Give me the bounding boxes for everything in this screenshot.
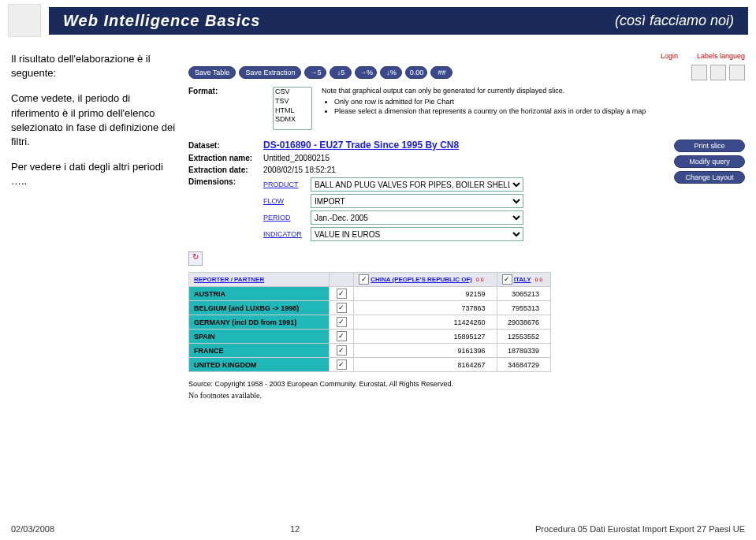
save-extraction-button[interactable]: Save Extraction [239, 66, 301, 79]
down-pct-button[interactable]: ↓% [380, 66, 402, 79]
rotate-icon[interactable]: ↻ [188, 251, 203, 266]
footer-page: 12 [290, 524, 300, 534]
row-0-name: AUSTRIA [189, 287, 330, 301]
decimal-button[interactable]: 0.00 [405, 66, 427, 79]
reporter-partner-link[interactable]: REPORTER / PARTNER [194, 276, 264, 283]
row0-checkbox[interactable]: ✓ [337, 289, 347, 299]
dim-flow-select[interactable]: IMPORT [311, 194, 523, 208]
format-select[interactable]: CSV TSV HTML SDMX [273, 87, 312, 130]
results-table: REPORTER / PARTNER✓ CHINA (PEOPLE'S REPU… [188, 272, 551, 372]
extraction-name-value: Untitled_20080215 [263, 154, 330, 162]
table-row: UNITED KINGDOM✓816426734684729 [189, 358, 551, 372]
table-row: FRANCE✓916139618789339 [189, 344, 551, 358]
source-note: Source: Copyright 1958 - 2003 European C… [188, 380, 745, 388]
row-1-name: BELGIUM (and LUXBG -> 1998) [189, 301, 330, 315]
table-row: SPAIN✓1589512712553552 [189, 330, 551, 344]
row2-v2: 29038676 [497, 315, 550, 330]
row5-v2: 34684729 [497, 358, 550, 372]
row0-v1: 92159 [354, 287, 497, 301]
footer-date: 02/03/2008 [11, 524, 54, 534]
chart-icon-2[interactable] [710, 65, 726, 80]
col1-label[interactable]: CHINA (PEOPLE'S REPUBLIC OF) [371, 276, 472, 283]
row0-v2: 3065213 [497, 287, 550, 301]
table-row: BELGIUM (and LUXBG -> 1998)✓737863795531… [189, 301, 551, 315]
down5-button[interactable]: ↓5 [330, 66, 352, 79]
col2-sort-icon[interactable]: û û [534, 277, 543, 282]
chart-icon-1[interactable] [691, 65, 707, 80]
para1-text: Come vedete, il periodo di riferimento è… [11, 91, 181, 149]
dim-period-select[interactable]: Jan.-Dec. 2005 [311, 210, 523, 225]
col1-sort-icon[interactable]: û û [475, 277, 484, 282]
row1-v2: 7955313 [497, 301, 550, 315]
row3-v1: 15895127 [354, 330, 497, 344]
row-5-name: UNITED KINGDOM [189, 358, 330, 372]
page-subtitle: (così facciamo noi) [615, 13, 734, 29]
row-2-name: GERMANY (incl DD from 1991) [189, 315, 330, 330]
para2-text: Per vedere i dati degli altri periodi ….… [11, 160, 181, 188]
col1-checkbox[interactable]: ✓ [359, 274, 369, 285]
row3-checkbox[interactable]: ✓ [337, 331, 347, 341]
dim-product-link[interactable]: PRODUCT [263, 181, 311, 188]
row2-checkbox[interactable]: ✓ [337, 317, 347, 327]
dataset-link[interactable]: DS-016890 - EU27 Trade Since 1995 By CN8 [263, 140, 459, 151]
chart-icon-3[interactable] [729, 65, 745, 80]
format-label: Format: [188, 87, 263, 95]
print-slice-button[interactable]: Print slice [674, 140, 745, 152]
row4-v2: 18789339 [497, 344, 550, 358]
format-note-top: Note that graphical output can only be g… [322, 87, 745, 95]
row3-v2: 12553552 [497, 330, 550, 344]
hash-button[interactable]: ## [430, 66, 452, 79]
row4-checkbox[interactable]: ✓ [337, 345, 347, 356]
row5-v1: 8164267 [354, 358, 497, 372]
footnotes-note: No footnotes available. [188, 391, 745, 400]
title-bar: Web Intelligence Basics (così facciamo n… [49, 7, 748, 35]
login-link[interactable]: Login [661, 52, 678, 60]
format-note-1: Only one row is admitted for Pie Chart [334, 98, 745, 107]
page-title: Web Intelligence Basics [63, 12, 261, 30]
right5-button[interactable]: →5 [304, 66, 326, 79]
dimensions-label: Dimensions: [188, 177, 263, 186]
extraction-date-value: 2008/02/15 18:52:21 [263, 166, 336, 174]
col2-label[interactable]: ITALY [514, 276, 531, 283]
row5-checkbox[interactable]: ✓ [337, 359, 347, 370]
intro-text: Il risultato dell'elaborazione è il segu… [11, 52, 181, 80]
dim-period-link[interactable]: PERIOD [263, 214, 311, 222]
format-note-2: Please select a dimension that represent… [334, 107, 745, 117]
avatar-image [8, 4, 41, 37]
dim-indicator-select[interactable]: VALUE IN EUROS [311, 227, 523, 241]
table-row: GERMANY (incl DD from 1991)✓114242602903… [189, 315, 551, 330]
toolbar: Save Table Save Extraction →5 ↓5 →% ↓% 0… [188, 65, 745, 80]
row-4-name: FRANCE [189, 344, 330, 358]
labels-link[interactable]: Labels langueg [697, 52, 745, 60]
modify-query-button[interactable]: Modify query [674, 155, 745, 168]
row4-v1: 9161396 [354, 344, 497, 358]
row2-v1: 11424260 [354, 315, 497, 330]
row1-v1: 737863 [354, 301, 497, 315]
left-text-column: Il risultato dell'elaborazione è il segu… [11, 52, 181, 400]
footer-title: Procedura 05 Dati Eurostat Import Export… [535, 524, 745, 534]
row-3-name: SPAIN [189, 330, 330, 344]
dataset-label: Dataset: [188, 141, 263, 150]
row1-checkbox[interactable]: ✓ [337, 303, 347, 313]
dim-product-select[interactable]: BALL AND PLUG VALVES FOR PIPES, BOILER S… [311, 177, 523, 192]
save-table-button[interactable]: Save Table [188, 66, 236, 79]
change-layout-button[interactable]: Change Layout [674, 171, 745, 184]
table-row: AUSTRIA✓921593065213 [189, 287, 551, 301]
results-panel: Login Labels langueg Save Table Save Ext… [188, 52, 745, 400]
col2-checkbox[interactable]: ✓ [502, 274, 512, 285]
page-footer: 02/03/2008 12 Procedura 05 Dati Eurostat… [0, 524, 756, 534]
dim-indicator-link[interactable]: INDICATOR [263, 230, 311, 238]
dim-flow-link[interactable]: FLOW [263, 197, 311, 205]
extraction-date-label: Extraction date: [188, 166, 263, 174]
extraction-name-label: Extraction name: [188, 154, 263, 162]
right-pct-button[interactable]: →% [355, 66, 377, 79]
